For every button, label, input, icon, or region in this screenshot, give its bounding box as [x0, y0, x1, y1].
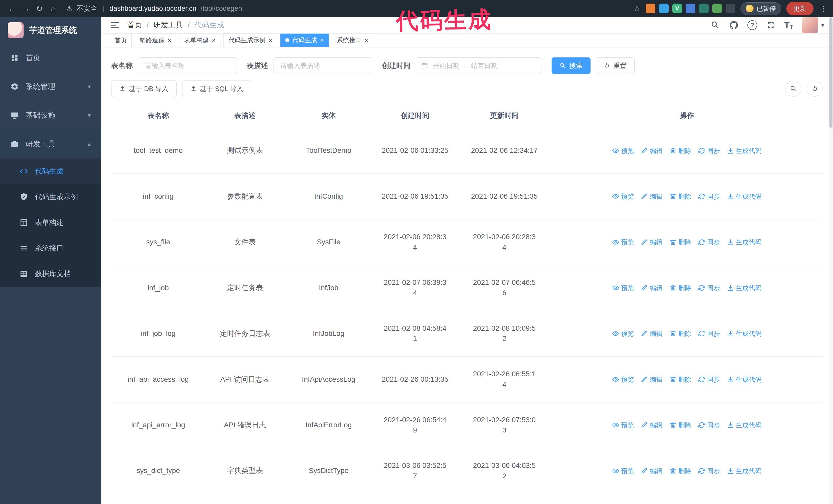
fullscreen-icon[interactable] [766, 20, 776, 30]
sidebar-item-devtools[interactable]: 研发工具 ▴ [0, 130, 101, 159]
browser-home-icon[interactable]: ⌂ [47, 2, 60, 15]
edit-link[interactable]: 编辑 [641, 421, 663, 430]
preview-link[interactable]: 预览 [612, 237, 634, 247]
table-desc-input[interactable] [273, 57, 372, 74]
sidebar-item-codegen[interactable]: 代码生成 [0, 159, 101, 184]
preview-link[interactable]: 预览 [612, 375, 634, 384]
sync-link[interactable]: 同步 [698, 466, 720, 476]
tab-tracing[interactable]: 链路追踪 × [135, 33, 176, 47]
generate-code-link[interactable]: 生成代码 [727, 466, 761, 476]
extension-teal-icon[interactable] [699, 4, 709, 13]
extension-orange-icon[interactable] [646, 4, 656, 13]
preview-link[interactable]: 预览 [612, 192, 634, 201]
pencil-icon [641, 376, 648, 383]
reset-button[interactable]: 重置 [596, 57, 635, 74]
browser-reload-icon[interactable]: ↻ [33, 2, 46, 15]
generate-code-link[interactable]: 生成代码 [727, 329, 761, 338]
browser-back-icon[interactable]: ← [6, 2, 18, 15]
edit-link[interactable]: 编辑 [641, 237, 663, 247]
edit-link[interactable]: 编辑 [641, 466, 663, 476]
refresh-table-button[interactable] [807, 81, 823, 97]
page-scrollbar[interactable] [829, 17, 833, 504]
preview-link[interactable]: 预览 [612, 329, 634, 338]
extension-puzzle-icon[interactable] [725, 4, 735, 13]
font-size-icon[interactable]: TT [784, 20, 793, 30]
tab-form-builder[interactable]: 表单构建 × [179, 33, 220, 47]
hamburger-icon[interactable] [110, 20, 120, 30]
sidebar-item-system-api[interactable]: 系统接口 [0, 235, 101, 261]
generate-code-link[interactable]: 生成代码 [727, 146, 761, 155]
edit-link[interactable]: 编辑 [641, 329, 663, 338]
delete-link[interactable]: 删除 [670, 283, 691, 292]
close-icon[interactable]: × [212, 37, 216, 44]
delete-link[interactable]: 删除 [670, 146, 691, 155]
search-icon[interactable] [711, 20, 720, 30]
close-icon[interactable]: × [320, 37, 324, 44]
date-range-picker[interactable]: 开始日期 - 结束日期 [416, 57, 542, 74]
edit-link[interactable]: 编辑 [641, 146, 663, 155]
browser-forward-icon[interactable]: → [20, 2, 32, 15]
sidebar-item-home[interactable]: 首页 [0, 44, 101, 72]
extension-vue-devtools-icon[interactable]: V [672, 4, 682, 13]
preview-link[interactable]: 预览 [612, 466, 634, 476]
search-button[interactable]: 搜索 [552, 57, 591, 74]
preview-link[interactable]: 预览 [612, 283, 634, 292]
sync-link[interactable]: 同步 [698, 192, 720, 201]
profile-paused-badge[interactable]: 已暂停 [740, 2, 781, 15]
edit-link[interactable]: 编辑 [641, 192, 663, 201]
sync-link[interactable]: 同步 [698, 421, 720, 430]
edit-link[interactable]: 编辑 [641, 375, 663, 384]
breadcrumb-home[interactable]: 首页 [127, 20, 142, 30]
sync-link[interactable]: 同步 [698, 375, 720, 384]
sidebar-item-infra[interactable]: 基础设施 ▾ [0, 101, 101, 130]
github-icon[interactable] [729, 20, 739, 30]
browser-menu-icon[interactable]: ⋮ [820, 4, 827, 13]
extension-grid-icon[interactable] [686, 4, 695, 13]
bookmark-star-icon[interactable]: ☆ [633, 4, 641, 13]
generate-code-link[interactable]: 生成代码 [727, 237, 761, 247]
generate-code-link[interactable]: 生成代码 [727, 375, 761, 384]
sync-link[interactable]: 同步 [698, 146, 720, 155]
import-sql-button[interactable]: 基于 SQL 导入 [182, 80, 252, 97]
tab-codegen[interactable]: 代码生成 × [280, 33, 329, 47]
table-name-input[interactable] [138, 57, 237, 74]
main: 首页 / 研发工具 / 代码生成 ? TT ▾ [101, 17, 833, 504]
sidebar-logo[interactable]: 芋道管理系统 [0, 17, 101, 44]
delete-link[interactable]: 删除 [670, 421, 691, 430]
user-menu[interactable]: ▾ [802, 17, 824, 33]
extension-leaf-icon[interactable] [712, 4, 722, 13]
generate-code-link[interactable]: 生成代码 [727, 421, 761, 430]
scrollbar-thumb[interactable] [829, 18, 832, 128]
preview-link[interactable]: 预览 [612, 421, 634, 430]
breadcrumb-devtools[interactable]: 研发工具 [153, 20, 183, 30]
sidebar-item-codegen-example[interactable]: 代码生成示例 [0, 184, 101, 210]
address-bar[interactable]: ⚠ 不安全 | dashboard.yudao.iocoder.cn/tool/… [66, 4, 242, 13]
generate-code-link[interactable]: 生成代码 [727, 283, 761, 292]
preview-link[interactable]: 预览 [612, 146, 634, 155]
delete-link[interactable]: 删除 [670, 237, 691, 247]
tab-codegen-example[interactable]: 代码生成示例 × [223, 33, 277, 47]
close-icon[interactable]: × [167, 37, 171, 44]
close-icon[interactable]: × [364, 37, 368, 44]
sync-link[interactable]: 同步 [698, 329, 720, 338]
toggle-search-button[interactable] [785, 81, 801, 97]
help-icon[interactable]: ? [747, 20, 757, 30]
table-icon [20, 269, 28, 278]
edit-link[interactable]: 编辑 [641, 283, 663, 292]
sidebar-item-db-doc[interactable]: 数据库文档 [0, 261, 101, 287]
delete-link[interactable]: 删除 [670, 192, 691, 201]
delete-link[interactable]: 删除 [670, 375, 691, 384]
tab-system-api[interactable]: 系统接口 × [332, 33, 373, 47]
sidebar-item-form-builder[interactable]: 表单构建 [0, 210, 101, 235]
delete-link[interactable]: 删除 [670, 466, 691, 476]
sync-link[interactable]: 同步 [698, 237, 720, 247]
delete-link[interactable]: 删除 [670, 329, 691, 338]
tab-home[interactable]: 首页 [110, 33, 132, 47]
sidebar-item-system[interactable]: 系统管理 ▾ [0, 72, 101, 101]
import-db-button[interactable]: 基于 DB 导入 [111, 80, 176, 97]
extension-drop-icon[interactable] [659, 4, 669, 13]
browser-update-button[interactable]: 更新 [786, 2, 813, 16]
generate-code-link[interactable]: 生成代码 [727, 192, 761, 201]
sync-link[interactable]: 同步 [698, 283, 720, 292]
close-icon[interactable]: × [268, 37, 272, 44]
